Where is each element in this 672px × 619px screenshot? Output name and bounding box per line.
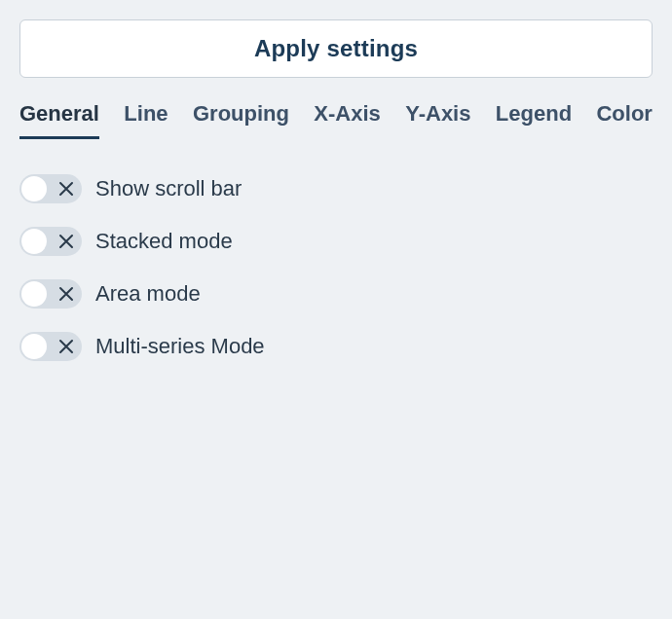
x-icon xyxy=(56,284,76,304)
option-label: Stacked mode xyxy=(95,229,233,254)
x-icon xyxy=(56,232,76,251)
toggle-knob xyxy=(21,229,47,254)
option-label: Show scroll bar xyxy=(95,176,242,201)
apply-settings-button[interactable]: Apply settings xyxy=(19,19,653,78)
option-multi-series-mode: Multi-series Mode xyxy=(19,320,653,373)
option-show-scroll-bar: Show scroll bar xyxy=(19,163,653,215)
toggle-knob xyxy=(21,334,47,359)
options-panel: Show scroll bar Stacked mode Area mode M… xyxy=(19,139,653,373)
toggle-multi-series-mode[interactable] xyxy=(19,332,82,361)
toggle-area-mode[interactable] xyxy=(19,279,82,309)
toggle-show-scroll-bar[interactable] xyxy=(19,174,82,203)
option-stacked-mode: Stacked mode xyxy=(19,215,653,268)
tab-x-axis[interactable]: X-Axis xyxy=(314,93,380,139)
toggle-knob xyxy=(21,281,47,307)
x-icon xyxy=(56,179,76,199)
tabs-bar: General Line Grouping X-Axis Y-Axis Lege… xyxy=(19,78,653,139)
tab-y-axis[interactable]: Y-Axis xyxy=(405,93,470,139)
option-label: Multi-series Mode xyxy=(95,334,265,359)
tab-line[interactable]: Line xyxy=(124,93,168,139)
tab-color[interactable]: Color xyxy=(596,93,652,139)
tab-general[interactable]: General xyxy=(19,93,99,139)
toggle-stacked-mode[interactable] xyxy=(19,227,82,256)
tab-legend[interactable]: Legend xyxy=(496,93,572,139)
tab-grouping[interactable]: Grouping xyxy=(193,93,289,139)
option-area-mode: Area mode xyxy=(19,268,653,320)
toggle-knob xyxy=(21,176,47,201)
x-icon xyxy=(56,337,76,356)
option-label: Area mode xyxy=(95,281,201,307)
